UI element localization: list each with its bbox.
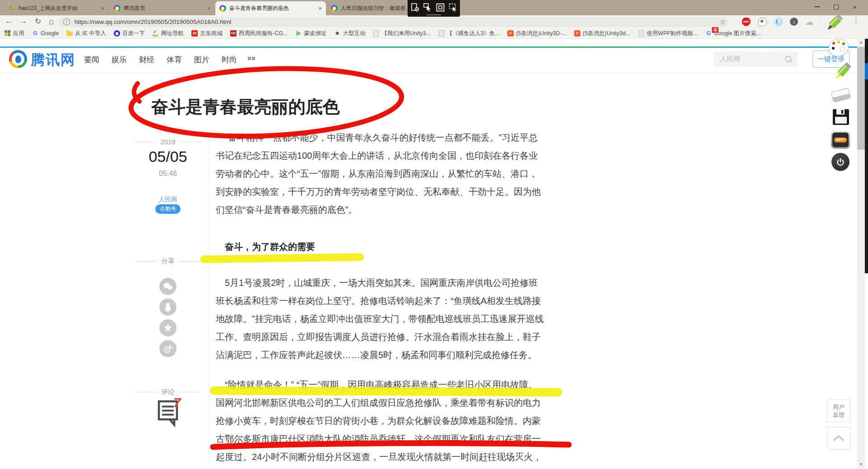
bookmark-unity-article-1[interactable]: 【我们来用Unity3... — [373, 30, 430, 37]
tab-close-icon[interactable]: × — [101, 5, 104, 12]
site-logo[interactable]: 腾讯网 — [31, 51, 75, 69]
minimize-button[interactable] — [808, 0, 826, 14]
bookmark-ie-import[interactable]: 从 IE 中导入 — [66, 30, 106, 37]
tab-title: hao123_上网从这里开始 — [19, 5, 98, 12]
more-channels-grid-icon[interactable] — [248, 57, 255, 60]
article-source-link[interactable]: 人民网 — [134, 196, 202, 204]
bookmark-fishing-game[interactable]: 【《捕鱼达人3》鱼... — [438, 30, 500, 37]
penguin-account-badge[interactable]: 企鹅号 — [155, 204, 181, 214]
page-icon — [438, 30, 445, 37]
site-search-box[interactable]: 人民网 — [714, 51, 798, 67]
tab-title: 腾讯首页 — [124, 5, 204, 12]
nav-item-entertainment[interactable]: 娱乐 — [111, 55, 127, 65]
share-label: 分享 — [161, 257, 175, 266]
share-wechat-button[interactable] — [159, 278, 176, 295]
bookmark-apps[interactable]: 应用 — [5, 30, 24, 37]
scrollbar-down-arrow[interactable]: ▼ — [857, 461, 865, 468]
feedback-label: 用户反馈 — [833, 403, 845, 418]
home-button[interactable]: ⌂ — [46, 17, 57, 27]
floppy-slot — [841, 110, 843, 114]
google-icon: G — [32, 30, 38, 37]
google-icon: G — [706, 30, 712, 37]
tab-hao123[interactable]: ✔ hao hao123_上网从这里开始 × — [5, 1, 108, 15]
scrollbar-thumb[interactable] — [857, 47, 865, 150]
bookmark-costume-cg[interactable]: CD 西周民间服饰-CG... — [230, 30, 288, 37]
reload-button[interactable]: ↻ — [32, 17, 43, 26]
bookmark-baidu[interactable]: 百度一下 — [114, 30, 145, 37]
browser-menu-kebab-icon[interactable]: ⋮ — [853, 16, 859, 24]
bookmark-label: 西周民间服饰-CG... — [239, 30, 288, 37]
floppy-label — [835, 117, 847, 124]
nav-item-finance[interactable]: 财经 — [139, 55, 154, 65]
bookmark-hao-nav[interactable]: ✔hao 网址导航 — [153, 30, 184, 37]
tab-qq-home[interactable]: 腾讯首页 × — [110, 1, 214, 15]
earth-extension-icon[interactable] — [774, 17, 783, 26]
bookmark-star-icon[interactable]: ☆ — [719, 18, 726, 26]
nav-item-sports[interactable]: 体育 — [167, 55, 182, 65]
wechat-icon — [163, 282, 173, 291]
back-button[interactable]: ← — [4, 17, 14, 26]
maximize-button[interactable] — [827, 0, 845, 14]
adblock-extension-icon[interactable]: ABP — [742, 17, 751, 26]
share-row: 分享 — [134, 257, 202, 266]
capture-window-icon[interactable] — [436, 3, 445, 14]
search-input[interactable]: 人民网 — [720, 55, 785, 64]
marker-pen-extension-icon[interactable] — [823, 13, 845, 35]
tencent-logo-icon[interactable] — [9, 50, 27, 68]
nav-item-pictures[interactable]: 图片 — [194, 55, 209, 65]
bookmark-label: (5条消息)Unity3d... — [583, 30, 631, 37]
bookmark-csdn-unity3d[interactable]: C (5条消息)Unity3D-... — [507, 30, 566, 37]
forward-button[interactable]: → — [18, 17, 29, 26]
hao123-text: hao — [9, 8, 14, 11]
cloud-extension-icon[interactable]: ☁ — [805, 17, 814, 26]
bookmark-csdn-unity3d-2[interactable]: C (5条消息)Unity3d... — [574, 30, 631, 37]
download-extension-icon[interactable]: ↓ — [789, 17, 798, 26]
article-body: “奋斗精神一点都不能少，中国青年永久奋斗的好传统一点都不能丢。”习近平总书记在纪… — [216, 129, 545, 469]
ppt-export-tool-icon[interactable]: PPT — [831, 131, 850, 148]
power-tool-icon[interactable] — [831, 153, 849, 171]
maximize-icon — [834, 5, 839, 9]
feedback-button[interactable]: 用户反馈 — [827, 400, 850, 422]
page-info-icon[interactable]: i — [63, 18, 70, 25]
nav-item-news[interactable]: 要闻 — [84, 55, 99, 65]
eraser-tool-icon[interactable] — [831, 87, 850, 103]
nav-item-fashion[interactable]: 时尚 — [222, 55, 237, 65]
tab-title: 奋斗是青春最亮丽的底色 — [229, 5, 316, 12]
bookmark-wpf-video[interactable]: 使用WPF制作视频... — [638, 30, 698, 37]
highlighter-tool-icon[interactable] — [832, 60, 853, 85]
search-icon[interactable] — [785, 56, 791, 62]
scroll-to-top-button[interactable] — [827, 427, 850, 450]
bookmark-label: 【《捕鱼达人3》鱼... — [447, 30, 500, 37]
qq-penguin-icon — [163, 302, 172, 312]
bookmark-label: 从 IE 中导入 — [75, 30, 106, 37]
chat-extension-icon[interactable] — [758, 17, 767, 26]
site-nav: 要闻 娱乐 财经 体育 图片 时尚 — [84, 55, 237, 65]
weibo-icon — [163, 344, 173, 353]
tab-close-icon[interactable]: × — [318, 5, 322, 12]
share-qzone-button[interactable] — [159, 319, 176, 336]
share-weibo-button[interactable] — [159, 340, 176, 357]
close-button[interactable]: × — [846, 0, 864, 14]
address-bar[interactable]: i https://new.qq.com/omn/20190505/201905… — [58, 17, 729, 27]
article-year-row: 2019 — [134, 138, 202, 146]
toolbar-drag-handle[interactable] — [427, 14, 441, 15]
share-qq-button[interactable] — [159, 299, 176, 316]
red-circle-overlap-stroke — [134, 83, 139, 101]
tab-close-icon[interactable]: × — [207, 5, 210, 12]
comment-count: 7 — [173, 395, 181, 410]
save-tool-icon[interactable] — [833, 109, 849, 125]
tab-article-active[interactable]: 奋斗是青春最亮丽的底色 × — [215, 1, 326, 15]
bookmark-google[interactable]: G Google — [32, 30, 59, 37]
scrollbar-up-arrow[interactable]: ▲ — [857, 39, 865, 46]
article-date: 05/05 — [134, 148, 202, 166]
bookmark-interactive[interactable]: ★ 大型互动 — [334, 30, 365, 37]
tencent-favicon — [219, 5, 226, 12]
capture-region-icon[interactable] — [449, 3, 457, 14]
capture-element-icon[interactable] — [411, 3, 419, 14]
url-text[interactable]: https://new.qq.com/omn/20190505/20190505… — [74, 18, 232, 25]
bookmark-jd[interactable]: JD 京东商城 — [191, 30, 223, 37]
capture-cursor-icon[interactable] — [423, 3, 432, 14]
bookmark-skinning[interactable]: 蒙皮绑定 — [295, 30, 326, 37]
comment-row: 评论 — [134, 388, 202, 396]
baidu-icon — [114, 30, 120, 37]
